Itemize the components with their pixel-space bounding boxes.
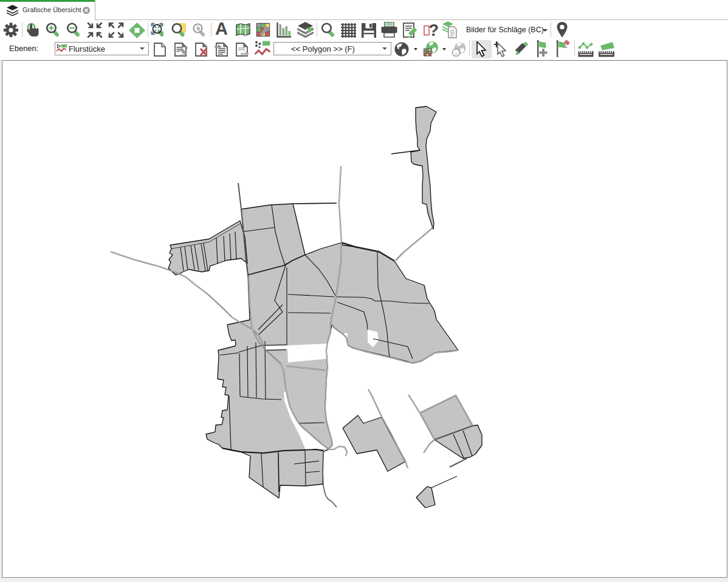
- svg-text:?: ?: [429, 23, 439, 37]
